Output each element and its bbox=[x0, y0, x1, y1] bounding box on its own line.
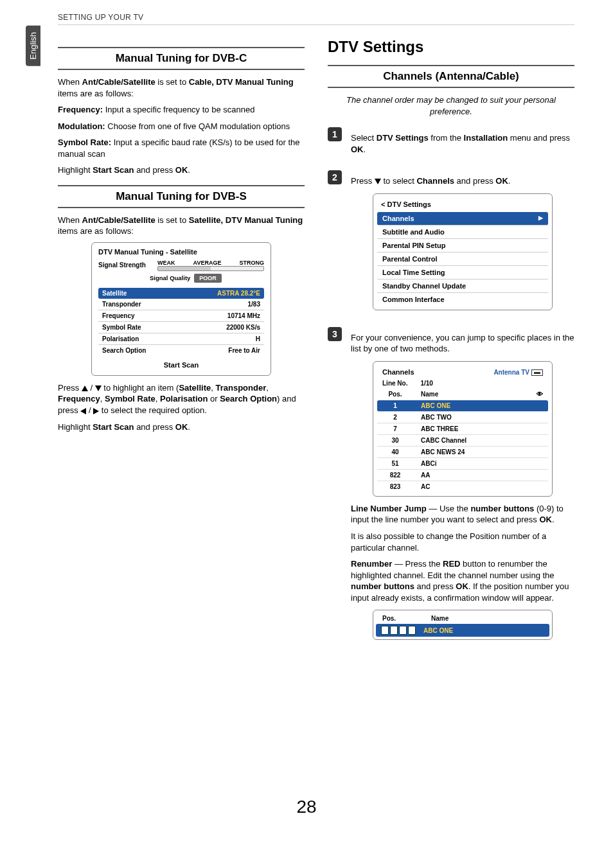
osd-val: H bbox=[256, 335, 260, 342]
osd-channels-box: Channels Antenna TV Line No. 1/10 Pos.Na… bbox=[373, 361, 553, 497]
text-bold: OK bbox=[351, 145, 364, 154]
osd-row-satellite: SatelliteASTRA 28.2°E bbox=[98, 288, 264, 299]
pos: 2 bbox=[382, 414, 408, 421]
text: . bbox=[188, 422, 190, 432]
channel-name: ABCi bbox=[421, 460, 436, 467]
text: and press bbox=[134, 422, 175, 432]
item: Frequency bbox=[58, 394, 100, 403]
term: number buttons bbox=[351, 581, 414, 591]
osd-val: 22000 KS/s bbox=[226, 324, 260, 331]
osd-dtv-settings-menu: < DTV Settings Channels▶ Subtitle and Au… bbox=[373, 193, 553, 310]
osd-satellite-box: DTV Manual Tuning - Satellite Signal Str… bbox=[91, 242, 271, 376]
pos: 823 bbox=[382, 483, 408, 490]
heading-dvbs: Manual Tuning for DVB-S bbox=[58, 185, 305, 208]
right-column: DTV Settings Channels (Antenna/Cable) Th… bbox=[328, 38, 574, 646]
osd-menu-title: < DTV Settings bbox=[381, 200, 544, 208]
osd-row-searchoption: Search OptionFree to Air bbox=[98, 345, 264, 356]
down-arrow-icon bbox=[375, 179, 381, 184]
text: or bbox=[208, 394, 220, 403]
item: Polarisation bbox=[160, 394, 208, 403]
channel-row: 1ABC ONE bbox=[377, 400, 548, 412]
line-no-label: Line No. bbox=[382, 380, 407, 387]
page-number: 28 bbox=[0, 797, 613, 817]
pos-header: Pos. bbox=[382, 615, 418, 622]
field-label: Modulation: bbox=[58, 121, 105, 131]
menu-item-channels: Channels▶ bbox=[377, 212, 548, 226]
text: to highlight an item ( bbox=[102, 383, 179, 393]
channel-name: AA bbox=[421, 472, 430, 479]
signal-strength-label: Signal Strength bbox=[98, 261, 154, 269]
osd-row-frequency: Frequency10714 MHz bbox=[98, 310, 264, 322]
press-instructions: Press / to highlight an item (Satellite,… bbox=[58, 382, 305, 416]
signal-bar bbox=[157, 266, 264, 271]
text-bold: OK bbox=[175, 422, 188, 432]
tag-weak: WEAK bbox=[157, 260, 175, 266]
field-label: Frequency: bbox=[58, 105, 103, 114]
channel-row: 40ABC NEWS 24 bbox=[377, 447, 548, 458]
signal-quality-badge: POOR bbox=[194, 274, 222, 283]
line-number-jump-para2: It is also possible to change the Positi… bbox=[351, 531, 574, 553]
name-header: Name bbox=[431, 615, 449, 622]
channel-name: ABC ONE bbox=[423, 627, 453, 634]
osd-key: Polarisation bbox=[102, 335, 139, 342]
osd-row-symbolrate: Symbol Rate22000 KS/s bbox=[98, 322, 264, 333]
term: OK bbox=[539, 515, 552, 524]
start-scan-hint-2: Highlight Start Scan and press OK. bbox=[58, 421, 305, 433]
menu-item: Parental Control bbox=[377, 252, 548, 266]
text-bold: Ant/Cable/Satellite bbox=[82, 77, 155, 87]
modulation-desc: Modulation: Choose from one of five QAM … bbox=[58, 121, 305, 132]
text-bold: OK bbox=[175, 165, 188, 175]
channel-name: ABC THREE bbox=[421, 425, 458, 432]
text: . bbox=[188, 165, 190, 175]
text: and press bbox=[134, 165, 175, 175]
step-2-row: 2 Press to select Channels and press OK.… bbox=[328, 170, 574, 317]
text-bold: DTV Settings bbox=[377, 133, 429, 143]
osd-key: Frequency bbox=[102, 312, 135, 319]
pos: 40 bbox=[382, 448, 408, 456]
text: . bbox=[364, 145, 366, 154]
digit-box bbox=[381, 626, 389, 635]
heading-channels: Channels (Antenna/Cable) bbox=[328, 65, 574, 88]
signal-quality-row: Signal Quality POOR bbox=[150, 274, 264, 283]
item: Transponder bbox=[215, 383, 266, 393]
term: number buttons bbox=[470, 504, 534, 513]
text: Highlight bbox=[58, 165, 93, 175]
renum-header: Pos. Name bbox=[376, 613, 549, 624]
text-bold: Installation bbox=[464, 133, 508, 143]
text-bold: OK bbox=[495, 176, 508, 186]
page-title-dtv: DTV Settings bbox=[328, 38, 574, 56]
channel-name: ABC NEWS 24 bbox=[421, 448, 465, 456]
osd-key: Search Option bbox=[102, 347, 146, 354]
text: and press bbox=[454, 176, 495, 186]
channel-row: 822AA bbox=[377, 470, 548, 481]
text-bold: Start Scan bbox=[93, 165, 134, 175]
channel-name: ABC TWO bbox=[421, 414, 452, 421]
name-header: Name bbox=[421, 391, 438, 398]
frequency-desc: Frequency: Input a specific frequency to… bbox=[58, 104, 305, 116]
text: to select bbox=[381, 176, 417, 186]
channel-row: 7ABC THREE bbox=[377, 423, 548, 435]
field-text: Input a specific frequency to be scanned bbox=[103, 105, 254, 114]
term: OK bbox=[456, 581, 468, 591]
term: Renumber bbox=[351, 559, 392, 569]
step-1-text: Select DTV Settings from the Installatio… bbox=[351, 132, 574, 155]
text: to select the required option. bbox=[99, 405, 207, 415]
eye-icon: 👁 bbox=[537, 391, 543, 398]
text: items are as follows: bbox=[58, 226, 134, 236]
heading-dvbc: Manual Tuning for DVB-C bbox=[58, 47, 305, 70]
channel-name: CABC Channel bbox=[421, 437, 466, 444]
field-label: Symbol Rate: bbox=[58, 137, 111, 147]
antenna-tv-label: Antenna TV bbox=[493, 369, 529, 376]
text: . bbox=[508, 176, 511, 186]
channel-name: AC bbox=[421, 483, 430, 490]
term: Line Number Jump bbox=[351, 504, 427, 513]
step-2-text: Press to select Channels and press OK. bbox=[351, 175, 574, 187]
up-arrow-icon bbox=[82, 385, 88, 391]
digit-box bbox=[399, 626, 407, 635]
text-bold: Ant/Cable/Satellite bbox=[82, 215, 155, 225]
osd-row-polarisation: PolarisationH bbox=[98, 333, 264, 345]
pos-header: Pos. bbox=[382, 391, 408, 398]
left-column: Manual Tuning for DVB-C When Ant/Cable/S… bbox=[58, 38, 305, 646]
step-number-1: 1 bbox=[328, 127, 342, 141]
menu-item: Subtitle and Audio bbox=[377, 226, 548, 239]
